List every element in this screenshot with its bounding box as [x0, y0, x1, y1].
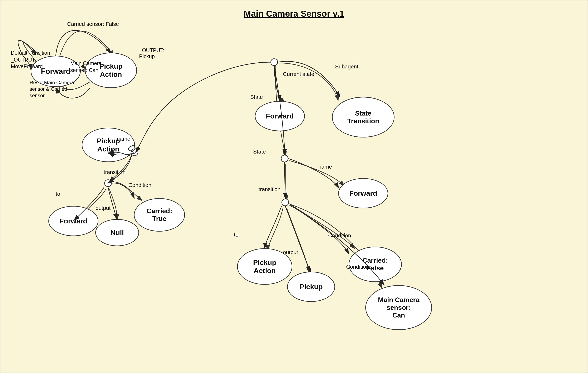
label-main-camera-sensor-can: Main Camerasensor: Can [70, 60, 102, 74]
label-reset-main-camera: Reset Main Camerasensor & Carriedsensor [30, 79, 74, 99]
label-state1: State [250, 94, 263, 100]
label-output2: output [283, 249, 298, 256]
label-output1: output [95, 205, 111, 211]
label-transition2: transition [259, 186, 281, 192]
diagram-arrows [0, 0, 588, 373]
label-condition2: Condition [328, 232, 351, 239]
label-name1: name [117, 136, 130, 142]
label-condition1: Condition [128, 182, 151, 188]
page-title: Main Camera Sensor v.1 [244, 9, 344, 19]
label-name2: name [318, 164, 332, 170]
node-forward3: Forward [255, 101, 305, 131]
label-subagent: Subagent [335, 64, 358, 70]
node-null: Null [95, 219, 139, 246]
node-circle4 [282, 199, 289, 206]
label-current-state: Current state [283, 71, 314, 77]
node-circle3 [281, 155, 288, 162]
node-top-circle [271, 58, 278, 66]
node-pickup2: PickupAction [82, 128, 135, 162]
label-to2: to [234, 232, 239, 238]
node-main-camera-can: Main Camerasensor:Can [365, 285, 432, 330]
node-state-transition: StateTransition [332, 97, 395, 138]
node-pickup-output: Pickup [287, 272, 335, 302]
node-forward2: Forward [48, 206, 98, 236]
label-output-pickup: _OUTPUT:Pickup [139, 47, 164, 59]
node-circle2 [104, 179, 112, 187]
label-state2: State [253, 149, 266, 155]
label-to1: to [56, 191, 60, 197]
connections-svg [0, 0, 588, 373]
label-transition1: transition [104, 169, 126, 175]
label-carried-sensor-false: Carried sensor: False [67, 21, 119, 27]
main-canvas: Main Camera Sensor v.1 Forward PickupAct… [0, 0, 588, 373]
label-default-transition: DefualtTransition_OUTPUT:MoveForward [11, 49, 50, 70]
node-forward4: Forward [338, 178, 388, 208]
node-carried-true: Carried:True [134, 198, 185, 232]
label-condition3: Condition [346, 264, 369, 270]
node-circle1 [131, 149, 138, 156]
